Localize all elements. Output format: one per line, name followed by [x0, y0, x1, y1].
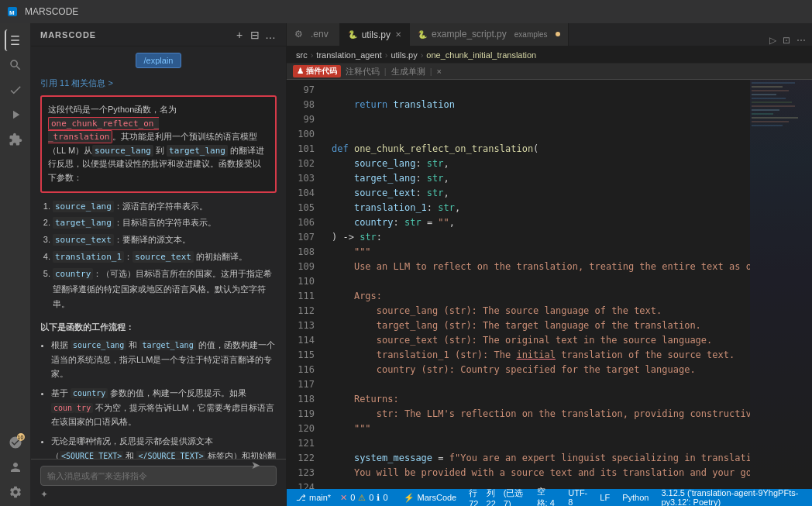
param-item-1: source_lang：源语言的字符串表示。 [53, 199, 277, 215]
sidebar-item-git[interactable] [5, 79, 26, 101]
minimap [750, 80, 812, 489]
tab-example-badge: examples [514, 30, 548, 39]
param-item-2: target_lang：目标语言的字符串表示。 [53, 215, 277, 231]
code-desc-to: 到 [153, 146, 167, 155]
line-numbers: 97 98 99 100 101 102 103 104 105 106 107… [287, 80, 325, 489]
breadcrumb-utils[interactable]: utils.py [391, 50, 417, 60]
tab-env[interactable]: ⚙ .env [287, 23, 340, 46]
source-lang-param: source_lang [92, 145, 153, 157]
sidebar-item-account[interactable] [5, 456, 26, 478]
run-button[interactable]: ▷ [769, 35, 776, 46]
sidebar-header: MARSCODE + ⊟ … [31, 23, 286, 46]
sidebar-split-button[interactable]: ⊟ [249, 29, 261, 41]
branch-name: main* [309, 493, 331, 502]
status-errors[interactable]: ✕ 0 ⚠ 0 ℹ 0 [337, 493, 391, 503]
param-source-text: source_text [53, 234, 114, 246]
param-item-4: translation_1：source_text 的初始翻译。 [53, 250, 277, 265]
ai-action-test[interactable]: 生成单测 [391, 66, 425, 77]
tab-example-icon: 🐍 [418, 30, 427, 39]
sidebar-actions: + ⊟ … [233, 29, 277, 41]
param-translation-1: translation_1 [53, 251, 124, 263]
titlebar: M MARSCODE [0, 0, 812, 23]
code-description: 这段代码是一个Python函数，名为 one_chunk_reflect_on_… [40, 95, 277, 193]
status-language[interactable]: Python [619, 493, 652, 502]
params-section: source_lang：源语言的字符串表示。 target_lang：目标语言的… [40, 199, 277, 315]
col-info: 列 22 [487, 487, 501, 507]
sidebar-add-button[interactable]: + [233, 29, 246, 41]
ref-info[interactable]: 引用 11 相关信息 > [31, 74, 286, 95]
app-logo-icon: M [6, 5, 19, 18]
sidebar-item-extensions[interactable] [5, 129, 26, 150]
status-left: ⎇ main* ✕ 0 ⚠ 0 ℹ 0 [293, 493, 391, 503]
workflow-item-3: 无论是哪种情况，反思提示都会提供源文本（<SOURCE_TEXT> 和 </SO… [51, 434, 277, 459]
encoding-info: UTF-8 [568, 488, 587, 506]
status-appname[interactable]: ⚡ MarsCode [401, 493, 460, 503]
sidebar-item-marscode[interactable]: 10 [5, 432, 26, 453]
tab-env-icon: ⚙ [294, 29, 303, 40]
error-count: 0 [350, 493, 355, 502]
warning-count: 0 [369, 493, 373, 502]
workflow-item-2: 基于 country 参数的值，构建一个反思提示。如果 country 不为空，… [51, 386, 277, 429]
selection-info: (已选 7) [504, 487, 525, 507]
marscode-name: MarsCode [418, 493, 457, 502]
sidebar-item-search[interactable] [5, 54, 26, 76]
workflow-title: 以下是函数的工作流程： [40, 320, 277, 335]
editor-area: ⚙ .env 🐍 utils.py ✕ 🐍 example_script.py … [287, 23, 812, 506]
status-right: ⚡ MarsCode 行 72 列 22 (已选 7) 空格: 4 UTF-8 … [401, 486, 807, 506]
tabs-bar: ⚙ .env 🐍 utils.py ✕ 🐍 example_script.py … [287, 23, 812, 46]
chat-input-area: ➤ ✦ [31, 459, 286, 506]
workflow-section: 以下是函数的工作流程： 根据 source_lang 和 target_lang… [40, 320, 277, 459]
chat-input-wrapper: ➤ ✦ [40, 466, 277, 500]
info-count: 0 [383, 493, 387, 502]
code-content[interactable]: return translation def one_chunk_reflect… [325, 80, 750, 489]
sidebar-item-run[interactable] [5, 104, 26, 126]
sidebar-title: MARSCODE [40, 30, 96, 40]
tab-utils[interactable]: 🐍 utils.py ✕ [340, 23, 410, 46]
chat-input[interactable] [47, 471, 253, 480]
tab-example[interactable]: 🐍 example_script.py examples [410, 23, 569, 46]
error-icon: ✕ [340, 493, 347, 503]
sidebar-item-explorer[interactable] [5, 29, 26, 51]
svg-text:M: M [9, 9, 15, 16]
split-editor-button[interactable]: ⊡ [783, 35, 790, 46]
ai-action-comment[interactable]: 注释代码 [346, 66, 380, 77]
param-target-lang: target_lang [53, 217, 114, 229]
tab-utils-close[interactable]: ✕ [395, 30, 401, 39]
warning-icon: ⚠ [358, 493, 366, 503]
status-spaces[interactable]: 空格: 4 [534, 486, 559, 506]
status-encoding[interactable]: UTF-8 [565, 488, 590, 506]
code-editor[interactable]: 97 98 99 100 101 102 103 104 105 106 107… [287, 80, 812, 489]
editor-container: 97 98 99 100 101 102 103 104 105 106 107… [287, 80, 812, 489]
tab-example-label: example_script.py [432, 29, 507, 40]
tab-utils-label: utils.py [362, 29, 391, 40]
activity-bar: 10 [0, 23, 31, 506]
eol-info: LF [600, 493, 610, 502]
ai-action-close[interactable]: × [437, 67, 442, 76]
status-eol[interactable]: LF [597, 493, 613, 502]
code-desc-intro: 这段代码是一个Python函数，名为 [48, 105, 177, 114]
tab-env-label: .env [311, 29, 329, 40]
explain-area: /explain [31, 46, 286, 74]
app-title: MARSCODE [25, 6, 78, 17]
ai-badge: ♟ 插件代码 [293, 65, 341, 77]
marscode-label: ⚡ [404, 493, 415, 503]
more-actions-button[interactable]: ⋯ [797, 35, 806, 46]
spaces-info: 空格: 4 [537, 486, 556, 506]
status-python-version[interactable]: 3.12.5 ('translation-agent-9YhgPFts-py3.… [658, 488, 806, 506]
ref-info-text: 引用 11 相关信息 > [40, 77, 113, 89]
breadcrumb-translation-agent[interactable]: translation_agent [316, 50, 381, 60]
python-version-info: 3.12.5 ('translation-agent-9YhgPFts-py3.… [661, 488, 803, 506]
chat-send-button[interactable]: ➤ [251, 459, 260, 471]
status-line-col[interactable]: 行 72 列 22 (已选 7) [466, 487, 527, 507]
git-branch-icon: ⎇ [296, 493, 306, 503]
sidebar-item-settings[interactable] [5, 481, 26, 503]
sparkle-icon: ✦ [40, 489, 48, 500]
breadcrumb-func[interactable]: one_chunk_initial_translation [426, 50, 536, 60]
explain-button[interactable]: /explain [136, 53, 182, 68]
breadcrumb-src[interactable]: src [296, 50, 308, 60]
status-branch[interactable]: ⎇ main* [293, 493, 334, 503]
param-item-5: country：（可选）目标语言所在的国家。这用于指定希望翻译遵循的特定国家或地… [53, 267, 277, 312]
language-info: Python [622, 493, 649, 502]
tab-example-modified [556, 32, 560, 36]
sidebar-more-button[interactable]: … [264, 29, 277, 41]
